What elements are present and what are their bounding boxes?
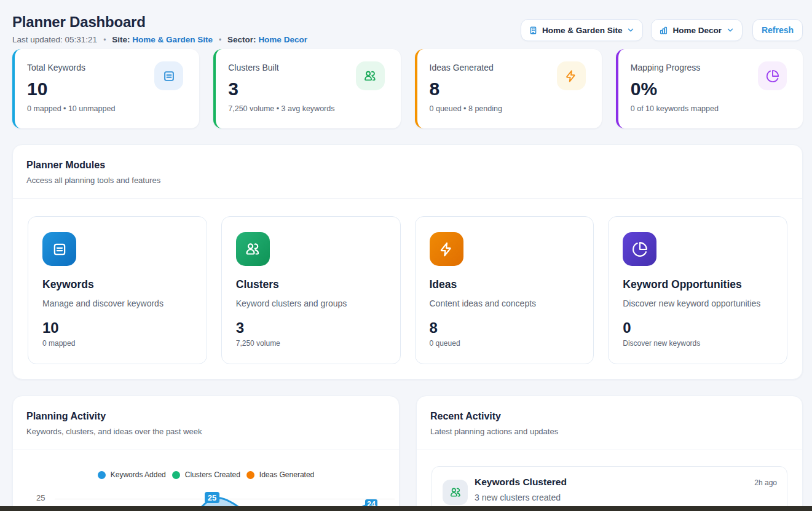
svg-text:25: 25 — [208, 493, 216, 502]
